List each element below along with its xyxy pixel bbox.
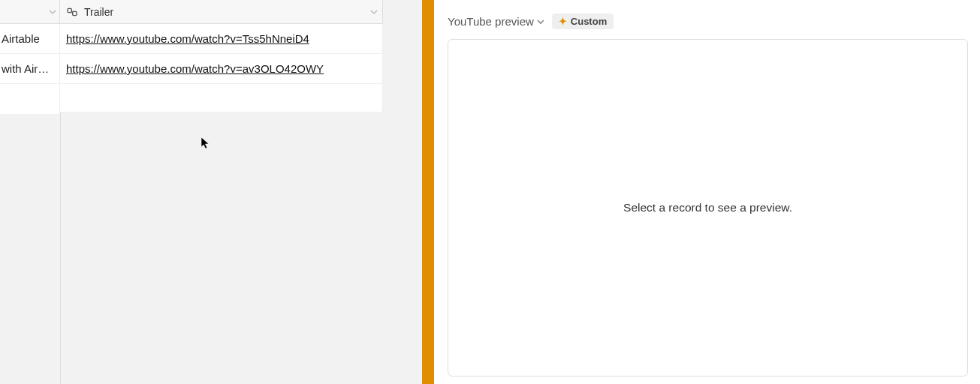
sparkle-icon: ✦ bbox=[559, 16, 567, 26]
badge-label: Custom bbox=[571, 16, 607, 27]
chevron-down-icon bbox=[537, 15, 544, 28]
grid-empty-left bbox=[0, 84, 60, 114]
table-row[interactable]: with Air… https://www.youtube.com/watch?… bbox=[0, 54, 383, 84]
preview-title: YouTube preview bbox=[448, 15, 534, 28]
svg-rect-1 bbox=[73, 11, 77, 15]
grid-pane: Trailer Airtable https://www.youtube.com… bbox=[0, 0, 422, 384]
preview-placeholder: Select a record to see a preview. bbox=[623, 201, 792, 214]
grid-header-left[interactable] bbox=[0, 0, 60, 24]
cell-text: Airtable bbox=[2, 32, 40, 45]
preview-box: Select a record to see a preview. bbox=[448, 39, 968, 376]
grid-header-row: Trailer bbox=[0, 0, 383, 24]
chevron-down-icon[interactable] bbox=[370, 6, 378, 18]
cell-text: with Air… bbox=[2, 62, 49, 75]
grid-header-trailer[interactable]: Trailer bbox=[60, 0, 383, 24]
grid-table: Trailer Airtable https://www.youtube.com… bbox=[0, 0, 383, 112]
chevron-down-icon bbox=[49, 6, 56, 18]
row-primary-cell[interactable]: Airtable bbox=[0, 24, 60, 54]
svg-rect-0 bbox=[68, 8, 71, 12]
preview-pane: YouTube preview ✦ Custom Select a record… bbox=[434, 0, 980, 384]
row-trailer-cell[interactable]: https://www.youtube.com/watch?v=av3OLO42… bbox=[60, 54, 383, 84]
url-link[interactable]: https://www.youtube.com/watch?v=Tss5hNne… bbox=[66, 32, 309, 45]
row-trailer-cell[interactable]: https://www.youtube.com/watch?v=Tss5hNne… bbox=[60, 24, 383, 54]
grid-empty-row[interactable] bbox=[60, 84, 383, 112]
table-row[interactable]: Airtable https://www.youtube.com/watch?v… bbox=[0, 24, 383, 54]
preview-title-dropdown[interactable]: YouTube preview bbox=[448, 15, 544, 28]
pane-resize-handle[interactable] bbox=[422, 0, 434, 384]
url-field-icon bbox=[66, 6, 78, 18]
preview-header: YouTube preview ✦ Custom bbox=[448, 9, 968, 33]
url-link[interactable]: https://www.youtube.com/watch?v=av3OLO42… bbox=[66, 62, 324, 75]
column-header-label: Trailer bbox=[84, 6, 113, 18]
row-primary-cell[interactable]: with Air… bbox=[0, 54, 60, 84]
mouse-cursor-icon bbox=[201, 136, 211, 150]
custom-badge[interactable]: ✦ Custom bbox=[552, 14, 614, 29]
